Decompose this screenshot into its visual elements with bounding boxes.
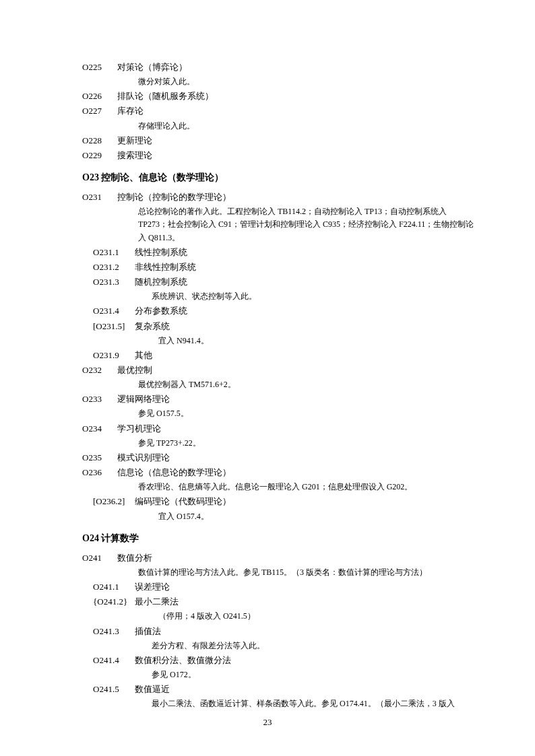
entry-label: 最优控制 bbox=[117, 364, 474, 377]
classification-entry: O233逻辑网络理论 bbox=[82, 392, 474, 406]
heading-label: 计算数学 bbox=[101, 533, 139, 543]
classification-entry: O241.3插值法 bbox=[93, 625, 474, 638]
entry-code: O241.1 bbox=[93, 580, 135, 594]
entry-note: 差分方程、有限差分法等入此。 bbox=[152, 640, 474, 652]
entry-label: 最小二乘法 bbox=[135, 595, 474, 609]
entry-label: 数值逼近 bbox=[135, 683, 474, 696]
entry-note: 总论控制论的著作入此。工程控制论入 TB114.2；自动控制论入 TP13；自动… bbox=[138, 205, 474, 244]
entry-code: [O231.5] bbox=[93, 320, 135, 333]
classification-entry: O231.9其他 bbox=[93, 349, 474, 362]
classification-entry: O234学习机理论 bbox=[82, 422, 474, 436]
entry-code: O235 bbox=[82, 451, 117, 465]
entry-code: O228 bbox=[82, 134, 117, 147]
entry-label: 更新理论 bbox=[117, 134, 474, 147]
entry-code: O241.3 bbox=[93, 625, 135, 638]
entry-note: 系统辨识、状态控制等入此。 bbox=[152, 290, 474, 303]
classification-entry: O225对策论（博弈论） bbox=[82, 61, 474, 74]
entry-code: O231.9 bbox=[93, 349, 135, 362]
entry-code: O226 bbox=[82, 90, 117, 103]
entry-label: 误差理论 bbox=[135, 580, 474, 594]
entry-code: O241.5 bbox=[93, 683, 135, 696]
entry-label: 线性控制系统 bbox=[135, 246, 474, 259]
entry-note: 宜入 O157.4。 bbox=[158, 510, 474, 523]
entry-code: O241 bbox=[82, 551, 117, 565]
entry-label: 逻辑网络理论 bbox=[117, 392, 474, 406]
classification-entry: O235模式识别理论 bbox=[82, 451, 474, 465]
entry-label: 信息论（信息论的数学理论） bbox=[117, 466, 474, 479]
page-number: 23 bbox=[0, 717, 535, 728]
entry-note: 参见 O172。 bbox=[152, 668, 474, 681]
classification-entry: O226排队论（随机服务系统） bbox=[82, 90, 474, 103]
classification-entry: O227库存论 bbox=[82, 104, 474, 118]
classification-entry: O231.3随机控制系统 bbox=[93, 275, 474, 289]
entry-code: O233 bbox=[82, 392, 117, 406]
classification-entry: O241.1误差理论 bbox=[93, 580, 474, 594]
classification-entry: O229搜索理论 bbox=[82, 149, 474, 162]
section-heading: O23 控制论、信息论（数学理论） bbox=[82, 172, 474, 184]
entry-note: 数值计算的理论与方法入此。参见 TB115。（3 版类名：数值计算的理论与方法） bbox=[138, 566, 474, 579]
entry-note: 参见 O157.5。 bbox=[138, 407, 474, 420]
entry-code: O236 bbox=[82, 466, 117, 479]
entry-label: 模式识别理论 bbox=[117, 451, 474, 465]
entry-code: {O241.2} bbox=[93, 595, 135, 609]
entry-note: 最优控制器入 TM571.6+2。 bbox=[138, 378, 474, 391]
classification-entry: O231.2非线性控制系统 bbox=[93, 261, 474, 274]
classification-entry: {O241.2}最小二乘法 bbox=[93, 595, 474, 609]
entry-label: 非线性控制系统 bbox=[135, 261, 474, 274]
classification-entry: O232最优控制 bbox=[82, 364, 474, 377]
entry-label: 学习机理论 bbox=[117, 422, 474, 436]
heading-code: O23 bbox=[82, 172, 99, 182]
entry-code: O232 bbox=[82, 364, 117, 377]
entry-label: 数值分析 bbox=[117, 551, 474, 565]
entry-code: O231.1 bbox=[93, 246, 135, 259]
entry-label: 编码理论（代数码理论） bbox=[135, 495, 474, 508]
classification-entry: O236信息论（信息论的数学理论） bbox=[82, 466, 474, 479]
entry-label: 库存论 bbox=[117, 104, 474, 118]
entry-label: 对策论（博弈论） bbox=[117, 61, 474, 74]
entry-note: 宜入 N941.4。 bbox=[158, 335, 474, 347]
classification-entry: O241.4数值积分法、数值微分法 bbox=[93, 654, 474, 667]
classification-list: O225对策论（博弈论）微分对策入此。O226排队论（随机服务系统）O227库存… bbox=[61, 61, 474, 711]
entry-code: O231 bbox=[82, 191, 117, 204]
entry-label: 分布参数系统 bbox=[135, 304, 474, 318]
document-page: O225对策论（博弈论）微分对策入此。O226排队论（随机服务系统）O227库存… bbox=[0, 0, 535, 756]
entry-label: 排队论（随机服务系统） bbox=[117, 90, 474, 103]
entry-note: 香农理论、信息熵等入此。信息论一般理论入 G201；信息处理假设入 G202。 bbox=[138, 481, 474, 493]
entry-note: 存储理论入此。 bbox=[138, 120, 474, 133]
entry-note: 微分对策入此。 bbox=[138, 75, 474, 88]
entry-label: 控制论（控制论的数学理论） bbox=[117, 191, 474, 204]
heading-label: 控制论、信息论（数学理论） bbox=[101, 172, 224, 182]
entry-note: （停用；4 版改入 O241.5） bbox=[158, 610, 474, 623]
entry-code: O231.3 bbox=[93, 275, 135, 289]
entry-label: 插值法 bbox=[135, 625, 474, 638]
classification-entry: O241数值分析 bbox=[82, 551, 474, 565]
entry-code: O241.4 bbox=[93, 654, 135, 667]
entry-code: O227 bbox=[82, 104, 117, 118]
entry-note: 最小二乘法、函数逼近计算、样条函数等入此。参见 O174.41。（最小二乘法，3… bbox=[152, 697, 474, 710]
classification-entry: O231.4分布参数系统 bbox=[93, 304, 474, 318]
entry-code: O225 bbox=[82, 61, 117, 74]
entry-code: O234 bbox=[82, 422, 117, 436]
entry-note: 参见 TP273+.22。 bbox=[138, 437, 474, 450]
classification-entry: O231.1线性控制系统 bbox=[93, 246, 474, 259]
entry-code: O231.4 bbox=[93, 304, 135, 318]
classification-entry: O231控制论（控制论的数学理论） bbox=[82, 191, 474, 204]
heading-code: O24 bbox=[82, 533, 99, 543]
entry-label: 其他 bbox=[135, 349, 474, 362]
entry-label: 复杂系统 bbox=[135, 320, 474, 333]
classification-entry: [O236.2]编码理论（代数码理论） bbox=[93, 495, 474, 508]
entry-label: 数值积分法、数值微分法 bbox=[135, 654, 474, 667]
entry-label: 搜索理论 bbox=[117, 149, 474, 162]
entry-code: O229 bbox=[82, 149, 117, 162]
entry-code: O231.2 bbox=[93, 261, 135, 274]
entry-label: 随机控制系统 bbox=[135, 275, 474, 289]
classification-entry: O241.5数值逼近 bbox=[93, 683, 474, 696]
classification-entry: [O231.5]复杂系统 bbox=[93, 320, 474, 333]
classification-entry: O228更新理论 bbox=[82, 134, 474, 147]
section-heading: O24 计算数学 bbox=[82, 532, 474, 545]
entry-code: [O236.2] bbox=[93, 495, 135, 508]
